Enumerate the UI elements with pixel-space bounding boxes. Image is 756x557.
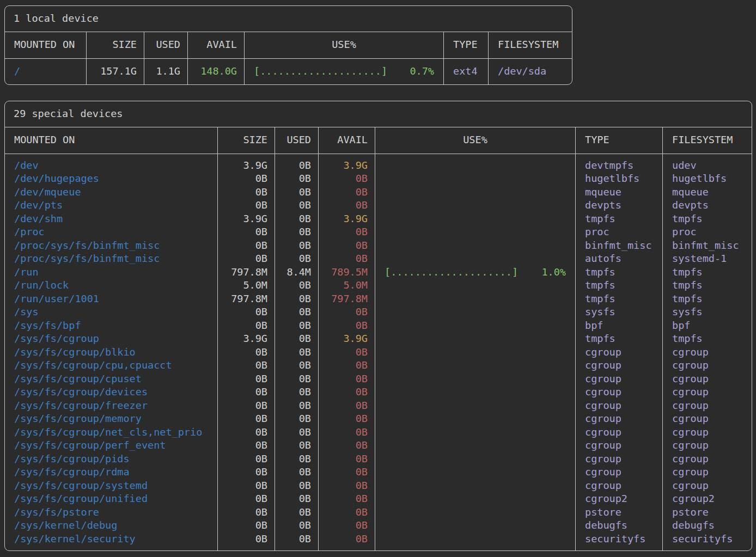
avail-cell: 0B <box>319 426 375 439</box>
header-use-: USE% <box>375 127 575 154</box>
header-avail: AVAIL <box>318 127 375 154</box>
type-cell: tmpfs <box>576 266 662 279</box>
type-cell: pstore <box>576 506 662 519</box>
size-cell: 0B <box>218 199 275 212</box>
used-cell: 1.1G <box>144 65 187 78</box>
size-cell: 0B <box>218 519 275 532</box>
avail-cell: 0B <box>319 519 375 532</box>
filesystem-cell: systemd-1 <box>663 252 751 266</box>
type-cell: tmpfs <box>576 212 662 226</box>
mounted-on-cell: /sys/fs/cgroup/pids <box>5 452 217 466</box>
filesystem-cell: cgroup <box>663 439 751 452</box>
used-cell: 0B <box>275 359 318 372</box>
used-cell: 0B <box>275 399 318 413</box>
mounted-on-cell: /sys/kernel/security <box>5 532 217 546</box>
used-cell: 0B <box>275 385 318 399</box>
used-cell: 0B <box>275 506 318 519</box>
avail-cell: 0B <box>319 319 375 333</box>
avail-cell: 148.0G <box>188 65 244 78</box>
filesystem-cell: cgroup <box>663 346 751 359</box>
size-cell: 3.9G <box>218 159 275 173</box>
size-cell: 5.0M <box>218 279 275 292</box>
avail-cell: 789.5M <box>319 266 375 279</box>
size-cell: 0B <box>218 239 275 253</box>
mounted-on-cell: /sys/fs/cgroup/perf_event <box>5 439 217 452</box>
type-cell: bpf <box>576 319 662 333</box>
mounted-on-cell: /run/user/1001 <box>5 292 217 306</box>
size-cell: 0B <box>218 532 275 546</box>
size-cell: 0B <box>218 359 275 372</box>
usage-bar: [....................] <box>254 65 387 78</box>
use-percent-cell: [....................]0.7% <box>245 65 443 78</box>
use-percent-cell <box>375 426 575 439</box>
type-cell: proc <box>576 225 662 239</box>
use-percent-cell <box>375 225 575 239</box>
avail-cell: 0B <box>319 532 375 546</box>
avail-cell: 0B <box>319 186 375 199</box>
type-cell: cgroup <box>576 412 662 426</box>
avail-cell: 797.8M <box>319 292 375 306</box>
type-cell: hugetlbfs <box>576 172 662 186</box>
filesystem-cell: hugetlbfs <box>663 172 751 186</box>
type-cell: cgroup2 <box>576 492 662 506</box>
mounted-on-cell: /sys/fs/cgroup/rdma <box>5 466 217 479</box>
mounted-on-cell: /sys/fs/cgroup <box>5 332 217 346</box>
filesystem-cell: cgroup <box>663 426 751 439</box>
use-percent-cell <box>375 399 575 413</box>
use-percent-cell <box>375 319 575 333</box>
type-cell: cgroup <box>576 359 662 372</box>
used-cell: 0B <box>275 479 318 493</box>
avail-cell: 3.9G <box>319 212 375 226</box>
size-cell: 157.1G <box>87 65 144 78</box>
size-cell: 0B <box>218 399 275 413</box>
size-cell: 0B <box>218 252 275 266</box>
type-cell: cgroup <box>576 426 662 439</box>
size-cell: 797.8M <box>218 292 275 306</box>
mounted-on-cell: /dev/hugepages <box>5 172 217 186</box>
size-cell: 0B <box>218 479 275 493</box>
type-cell: devtmpfs <box>576 159 662 173</box>
size-cell: 0B <box>218 452 275 466</box>
avail-cell: 0B <box>319 372 375 386</box>
filesystem-cell: cgroup <box>663 385 751 399</box>
avail-cell: 3.9G <box>319 332 375 346</box>
filesystem-cell: tmpfs <box>663 266 751 279</box>
type-cell: tmpfs <box>576 332 662 346</box>
mounted-on-cell: /sys/fs/cgroup/memory <box>5 412 217 426</box>
used-cell: 0B <box>275 452 318 466</box>
used-cell: 0B <box>275 346 318 359</box>
filesystem-cell: cgroup <box>663 466 751 479</box>
filesystem-cell: devpts <box>663 199 751 212</box>
avail-cell: 0B <box>319 479 375 493</box>
size-cell: 3.9G <box>218 212 275 226</box>
header-use-: USE% <box>244 32 443 58</box>
use-percent-cell <box>375 239 575 253</box>
type-cell: debugfs <box>576 519 662 532</box>
use-percent-cell <box>375 466 575 479</box>
mounted-on-cell: /proc/sys/fs/binfmt_misc <box>5 239 217 253</box>
size-cell: 0B <box>218 385 275 399</box>
filesystem-cell: pstore <box>663 506 751 519</box>
header-used: USED <box>144 32 187 58</box>
column-type: ext4 <box>443 59 488 84</box>
filesystem-cell: debugfs <box>663 519 751 532</box>
usage-bar: [....................] <box>385 266 518 279</box>
used-cell: 0B <box>275 199 318 212</box>
type-cell: cgroup <box>576 452 662 466</box>
mounted-on-cell: /dev/shm <box>5 212 217 226</box>
filesystem-cell: tmpfs <box>663 292 751 306</box>
type-cell: autofs <box>576 252 662 266</box>
use-percent-cell <box>375 305 575 319</box>
filesystem-cell: tmpfs <box>663 332 751 346</box>
used-cell: 0B <box>275 332 318 346</box>
use-percent-cell <box>375 279 575 292</box>
used-cell: 0B <box>275 305 318 319</box>
mounted-on-cell: /sys/fs/cgroup/devices <box>5 385 217 399</box>
local-devices-header-row: MOUNTED ONSIZEUSEDAVAILUSE%TYPEFILESYSTE… <box>5 32 572 59</box>
size-cell: 0B <box>218 172 275 186</box>
size-cell: 0B <box>218 466 275 479</box>
type-cell: securityfs <box>576 532 662 546</box>
avail-cell: 0B <box>319 506 375 519</box>
special-devices-body: /dev/dev/hugepages/dev/mqueue/dev/pts/de… <box>5 154 752 551</box>
size-cell: 0B <box>218 225 275 239</box>
